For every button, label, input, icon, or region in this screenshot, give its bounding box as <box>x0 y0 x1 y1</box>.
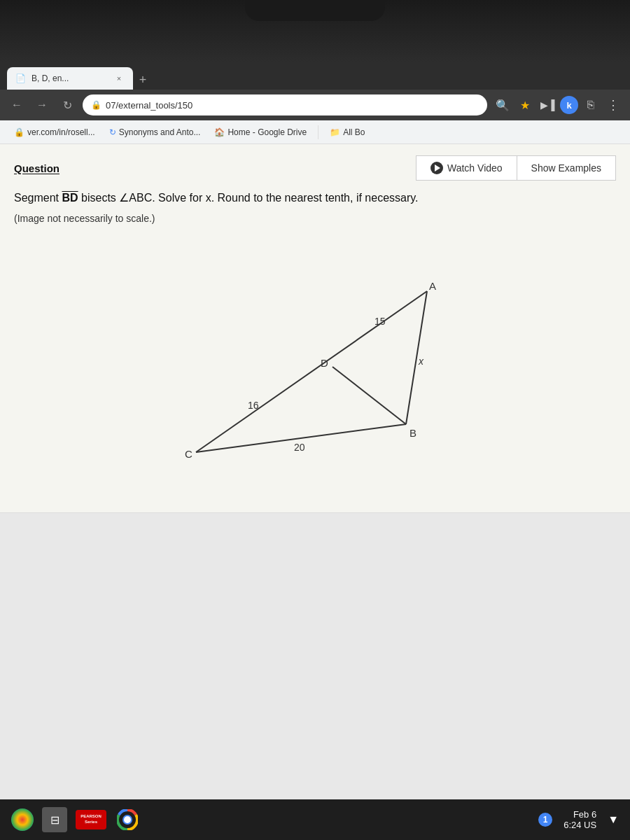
bookmark-label-2: Synonyms and Anto... <box>119 127 201 137</box>
taskbar-files-icon[interactable]: ⊟ <box>42 807 67 832</box>
geometry-diagram: A B C D 15 x 16 20 <box>154 249 476 480</box>
taskbar: ⊟ PEARSON Series 1 Feb 6 <box>0 799 630 840</box>
tab-close-button[interactable]: × <box>113 73 125 84</box>
question-text: Segment BD bisects ∠ABC. Solve for x. Ro… <box>14 189 616 207</box>
label-x: x <box>418 356 424 367</box>
question-text-2: bisects ∠ABC. Solve for x. Round to the … <box>78 192 419 204</box>
taskbar-google-icon[interactable] <box>11 808 34 831</box>
question-buttons: Watch Video Show Examples <box>416 155 616 181</box>
forward-button[interactable]: → <box>32 95 52 115</box>
svg-line-3 <box>332 367 406 424</box>
lock-icon: 🔒 <box>91 100 102 110</box>
time-text: 6:24 US <box>564 820 596 830</box>
date-time: Feb 6 6:24 US <box>564 809 596 830</box>
toolbar-icons: 🔍 ★ ▶▐ k ⎘ ⋮ <box>493 95 623 115</box>
svg-point-6 <box>124 816 131 823</box>
address-bar[interactable]: 🔒 07/external_tools/150 <box>83 94 487 115</box>
label-d: D <box>321 357 328 369</box>
search-icon[interactable]: 🔍 <box>493 95 512 115</box>
play-triangle <box>435 164 440 172</box>
taskbar-pearson-icon[interactable]: PEARSON Series <box>76 810 106 830</box>
address-bar-row: ← → ↻ 🔒 07/external_tools/150 🔍 ★ ▶▐ k ⎘… <box>0 90 630 120</box>
play-icon <box>430 162 443 174</box>
menu-icon[interactable]: ⋮ <box>603 95 623 115</box>
label-c: C <box>185 448 192 460</box>
label-16: 16 <box>248 400 259 411</box>
new-tab-button[interactable]: + <box>133 70 153 90</box>
question-label: Question <box>14 162 59 174</box>
copy-icon[interactable]: ⎘ <box>581 95 601 115</box>
pearson-text: PEARSON Series <box>76 814 106 825</box>
back-button[interactable]: ← <box>7 95 27 115</box>
profile-letter: k <box>566 100 571 111</box>
diagram-container: A B C D 15 x 16 20 <box>14 235 616 501</box>
show-examples-label: Show Examples <box>531 162 601 174</box>
bookmark-separator <box>318 125 318 139</box>
bookmark-drive-icon: 🏠 <box>214 127 225 137</box>
bookmark-item-3[interactable]: 🏠 Home - Google Drive <box>209 125 312 140</box>
bookmark-label-3: Home - Google Drive <box>227 127 307 137</box>
label-a: A <box>429 280 436 292</box>
bookmark-lock-icon: 🔒 <box>14 127 24 137</box>
browser-tab[interactable]: 📄 B, D, en... × <box>7 67 133 90</box>
cast-icon[interactable]: ▶▐ <box>538 95 557 115</box>
svg-line-0 <box>196 291 427 452</box>
question-section: Question Watch Video Show Examples Segme… <box>0 144 630 513</box>
tab-bar: 📄 B, D, en... × + <box>0 63 630 90</box>
segment-bd: BD <box>62 192 78 204</box>
tab-favicon: 📄 <box>15 74 26 83</box>
profile-icon[interactable]: k <box>560 96 578 114</box>
time-value: 6:24 US <box>564 820 596 830</box>
camera-area <box>0 0 630 63</box>
question-text-1: Segment <box>14 192 62 204</box>
watch-video-button[interactable]: Watch Video <box>416 155 517 181</box>
wifi-icon[interactable]: ▼ <box>608 813 619 826</box>
reload-button[interactable]: ↻ <box>57 95 77 115</box>
browser-frame: 📄 B, D, en... × + ← → ↻ 🔒 07/external_to… <box>0 63 630 840</box>
taskbar-chrome-icon[interactable] <box>115 807 140 832</box>
pearson-label: PEARSON Series <box>76 814 106 825</box>
notification-badge: 1 <box>538 813 552 827</box>
bookmarks-bar: 🔒 ver.com/in/rosell... ↻ Synonyms and An… <box>0 120 630 144</box>
bookmark-folder-1[interactable]: 📁 All Bo <box>324 125 370 140</box>
label-b: B <box>410 427 416 439</box>
label-20: 20 <box>294 442 305 453</box>
bookmark-label-4: All Bo <box>343 127 365 137</box>
watch-video-label: Watch Video <box>447 162 503 174</box>
url-text: 07/external_tools/150 <box>106 100 479 111</box>
question-note: (Image not necessarily to scale.) <box>14 213 616 224</box>
page-content: Question Watch Video Show Examples Segme… <box>0 144 630 799</box>
bookmark-item-2[interactable]: ↻ Synonyms and Anto... <box>104 125 206 140</box>
camera-bump <box>245 0 385 21</box>
bookmark-item-1[interactable]: 🔒 ver.com/in/rosell... <box>8 125 101 140</box>
bookmark-star-icon[interactable]: ★ <box>515 95 535 115</box>
taskbar-right: 1 Feb 6 6:24 US ▼ <box>538 809 619 830</box>
tab-title: B, D, en... <box>31 74 108 83</box>
bookmark-refresh-icon: ↻ <box>109 127 116 137</box>
svg-line-1 <box>406 291 427 424</box>
label-15: 15 <box>374 316 386 327</box>
folder-icon: 📁 <box>330 127 340 137</box>
bookmark-label-1: ver.com/in/rosell... <box>27 127 95 137</box>
show-examples-button[interactable]: Show Examples <box>517 155 616 181</box>
date-text: Feb 6 <box>564 809 596 820</box>
question-header: Question Watch Video Show Examples <box>14 155 616 181</box>
